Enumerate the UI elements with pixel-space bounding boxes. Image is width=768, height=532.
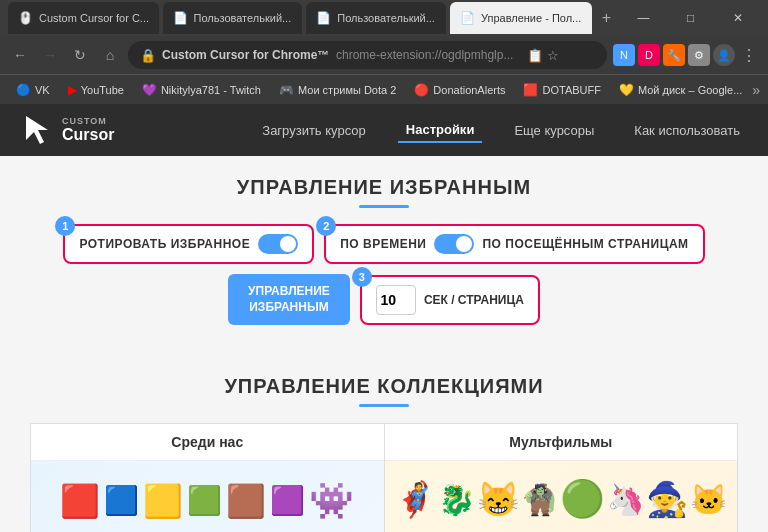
collection-cartoons[interactable]: Мультфильмы 🦸 🐉 😸 🧌 🟢 🦄 🧙 🐱 🎃 🐟 xyxy=(384,423,739,532)
among-char-4: 🟩 xyxy=(187,487,222,515)
cartoon-char-3: 😸 xyxy=(477,479,519,519)
bookmark-vk[interactable]: 🔵 VK xyxy=(8,80,58,100)
donation-icon: 🔴 xyxy=(414,83,429,97)
bookmark-youtube-label: YouTube xyxy=(81,84,124,96)
minimize-button[interactable]: — xyxy=(621,4,666,32)
logo-cursor-text: Cursor xyxy=(62,126,114,144)
vk-icon: 🔵 xyxy=(16,83,31,97)
nav-load[interactable]: Загрузить курсор xyxy=(254,119,374,142)
bookmark-donation-label: DonationAlerts xyxy=(433,84,505,96)
bookmarks-bar: 🔵 VK ▶ YouTube 💜 Nikitylya781 - Twitch 🎮… xyxy=(0,74,768,104)
cartoon-char-1: 🦸 xyxy=(394,479,436,519)
tab-3-close[interactable]: ✕ xyxy=(445,13,446,24)
manage-favorites-button[interactable]: УПРАВЛЕНИЕ ИЗБРАННЫМ xyxy=(228,274,350,325)
among-char-6: 🟪 xyxy=(270,487,305,515)
win-controls-flat: — □ ✕ xyxy=(621,4,760,32)
favorites-divider xyxy=(359,205,409,208)
rotate-control-box: 1 РОТИРОВАТЬ ИЗБРАННОЕ xyxy=(63,224,314,264)
back-button[interactable]: ← xyxy=(8,43,32,67)
bookmark-youtube[interactable]: ▶ YouTube xyxy=(60,80,132,100)
logo-text: Custom Cursor xyxy=(62,116,114,144)
maximize-button[interactable]: □ xyxy=(668,4,713,32)
among-char-5: 🟫 xyxy=(226,485,266,517)
step-3-badge: 3 xyxy=(352,267,372,287)
svg-marker-0 xyxy=(26,116,48,144)
collections-grid: Среди нас 🟥 🟦 🟨 🟩 🟫 🟪 👾 🟧 ⬛ xyxy=(30,423,738,532)
ext-icon-3[interactable]: 🔧 xyxy=(663,44,685,66)
disk-icon: 💛 xyxy=(619,83,634,97)
ext-icon-4[interactable]: ⚙ xyxy=(688,44,710,66)
bookmark-dota[interactable]: 🎮 Мои стримы Dota 2 xyxy=(271,80,404,100)
bookmark-twitch[interactable]: 💜 Nikitylya781 - Twitch xyxy=(134,80,269,100)
cartoon-char-7: 🐱 xyxy=(690,482,727,517)
among-char-1: 🟥 xyxy=(60,485,100,517)
logo-custom-text: Custom xyxy=(62,116,114,126)
seconds-control-box: 3 СЕК / СТРАНИЦА xyxy=(360,275,540,325)
extensions-area: N D 🔧 ⚙ 👤 ⋮ xyxy=(613,44,760,66)
profile-icon[interactable]: 👤 xyxy=(713,44,735,66)
tab-2[interactable]: 📄 Пользователький... ✕ xyxy=(163,2,303,34)
collections-divider xyxy=(359,404,409,407)
reader-icon[interactable]: 📋 xyxy=(527,48,543,63)
cartoon-char-5: 🦄 xyxy=(607,482,644,517)
close-button[interactable]: ✕ xyxy=(715,4,760,32)
reload-button[interactable]: ↻ xyxy=(68,43,92,67)
tab-3-favicon: 📄 xyxy=(316,11,331,25)
tab-2-favicon: 📄 xyxy=(173,11,188,25)
bookmark-dotabuff-label: DOTABUFF xyxy=(542,84,600,96)
home-button[interactable]: ⌂ xyxy=(98,43,122,67)
browser-window: 🖱️ Custom Cursor for C... ✕ 📄 Пользовате… xyxy=(0,0,768,532)
bookmark-vk-label: VK xyxy=(35,84,50,96)
main-area: УПРАВЛЕНИЕ ИЗБРАННЫМ 1 РОТИРОВАТЬ ИЗБРАН… xyxy=(0,156,768,532)
youtube-icon: ▶ xyxy=(68,83,77,97)
twitch-icon: 💜 xyxy=(142,83,157,97)
favorites-section: УПРАВЛЕНИЕ ИЗБРАННЫМ 1 РОТИРОВАТЬ ИЗБРАН… xyxy=(0,156,768,359)
nav-how[interactable]: Как использовать xyxy=(626,119,748,142)
tab-4-close[interactable]: ✕ xyxy=(591,13,592,24)
tab-3-label: Пользователький... xyxy=(337,12,435,24)
menu-icon[interactable]: ⋮ xyxy=(738,44,760,66)
forward-button[interactable]: → xyxy=(38,43,62,67)
nav-settings[interactable]: Настройки xyxy=(398,118,483,143)
collection-cartoons-images: 🦸 🐉 😸 🧌 🟢 🦄 🧙 🐱 🎃 🐟 🦊 🐴 xyxy=(385,461,738,532)
tab-1-label: Custom Cursor for C... xyxy=(39,12,149,24)
bookmark-dotabuff[interactable]: 🟥 DOTABUFF xyxy=(515,80,608,100)
collections-title: УПРАВЛЕНИЕ КОЛЛЕКЦИЯМИ xyxy=(30,375,738,398)
ext-icon-2[interactable]: D xyxy=(638,44,660,66)
logo-icon xyxy=(20,112,56,148)
cartoon-char-big: 🟢 xyxy=(560,478,605,520)
tab-1-favicon: 🖱️ xyxy=(18,11,33,25)
tab-3[interactable]: 📄 Пользователький... ✕ xyxy=(306,2,446,34)
cartoon-char-4: 🧌 xyxy=(521,482,558,517)
bookmark-donation[interactable]: 🔴 DonationAlerts xyxy=(406,80,513,100)
star-icon[interactable]: ☆ xyxy=(547,48,559,63)
cartoon-char-6: 🧙 xyxy=(646,479,688,519)
time-pages-toggle[interactable] xyxy=(434,234,474,254)
collections-section: УПРАВЛЕНИЕ КОЛЛЕКЦИЯМИ Среди нас 🟥 🟦 🟨 🟩… xyxy=(0,359,768,532)
collection-cartoons-title: Мультфильмы xyxy=(385,424,738,461)
address-input[interactable]: 🔒 Custom Cursor for Chrome™ chrome-exten… xyxy=(128,41,607,69)
tab-4-label: Управление - Пол... xyxy=(481,12,581,24)
ext-cursor-icon[interactable]: N xyxy=(613,44,635,66)
nav-more[interactable]: Еще курсоры xyxy=(506,119,602,142)
secure-icon: 🔒 xyxy=(140,48,156,63)
bookmark-dota-label: Мои стримы Dota 2 xyxy=(298,84,396,96)
among-char-2: 🟦 xyxy=(104,487,139,515)
tab-2-close[interactable]: ✕ xyxy=(301,13,302,24)
bookmark-disk[interactable]: 💛 Мой диск – Google... xyxy=(611,80,750,100)
bookmark-twitch-label: Nikitylya781 - Twitch xyxy=(161,84,261,96)
rotate-toggle[interactable] xyxy=(258,234,298,254)
time-pages-control-box: 2 ПО ВРЕМЕНИ ПО ПОСЕЩЁННЫМ СТРАНИЦАМ xyxy=(324,224,704,264)
among-char-big: 👾 xyxy=(309,480,354,522)
tab-4-active[interactable]: 📄 Управление - Пол... ✕ xyxy=(450,2,592,34)
address-display: Custom Cursor for Chrome™ chrome-extensi… xyxy=(162,48,513,62)
collection-among-us[interactable]: Среди нас 🟥 🟦 🟨 🟩 🟫 🟪 👾 🟧 ⬛ xyxy=(30,423,384,532)
new-tab-button[interactable]: + xyxy=(596,6,617,30)
page-content: Custom Cursor Загрузить курсор Настройки… xyxy=(0,104,768,532)
tab-2-label: Пользователький... xyxy=(194,12,292,24)
site-logo[interactable]: Custom Cursor xyxy=(20,112,114,148)
seconds-input[interactable] xyxy=(376,285,416,315)
among-char-3: 🟨 xyxy=(143,485,183,517)
bookmarks-more-button[interactable]: » xyxy=(752,82,760,98)
tab-1[interactable]: 🖱️ Custom Cursor for C... ✕ xyxy=(8,2,159,34)
